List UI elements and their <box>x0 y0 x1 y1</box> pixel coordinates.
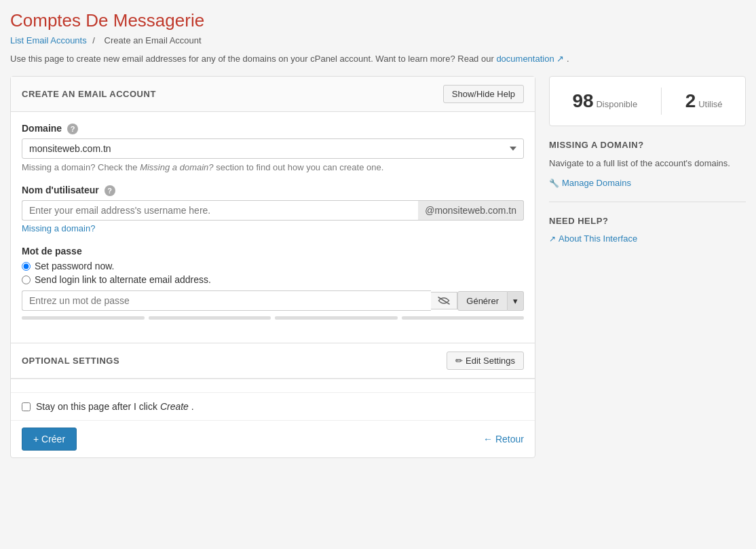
main-layout: CREATE AN EMAIL ACCOUNT Show/Hide Help D… <box>10 76 746 468</box>
available-number: 98 <box>572 90 593 111</box>
manage-domains-link[interactable]: Manage Domains <box>549 178 631 188</box>
generate-group: Générer ▾ <box>457 291 524 311</box>
intro-text: Use this page to create new email addres… <box>10 54 746 64</box>
generate-button[interactable]: Générer <box>457 291 508 311</box>
external-icon <box>549 233 556 244</box>
strength-seg-4 <box>402 316 525 320</box>
missing-domain-text: Navigate to a full list of the account's… <box>549 157 746 170</box>
stay-label[interactable]: Stay on this page after I click Create . <box>36 401 194 412</box>
breadcrumb-separator: / <box>92 35 95 45</box>
missing-domain-link-username[interactable]: Missing a domain? <box>22 223 95 233</box>
domaine-label: Domaine ? <box>22 123 524 134</box>
domaine-hint: Missing a domain? Check the Missing a do… <box>22 162 524 172</box>
retour-link[interactable]: ← Retour <box>483 434 524 444</box>
optional-settings-title: Optional Settings <box>22 356 119 366</box>
stat-divider <box>661 88 662 115</box>
used-label: Utilisé <box>698 99 722 109</box>
show-hide-help-button[interactable]: Show/Hide Help <box>443 85 524 103</box>
create-button[interactable]: + Créer <box>22 428 77 451</box>
sidebar-help: NEED HELP? About This Interface <box>549 216 746 257</box>
action-row: + Créer ← Retour <box>11 420 535 457</box>
page-title-part1: Comptes De <box>10 10 113 31</box>
create-email-card: CREATE AN EMAIL ACCOUNT Show/Hide Help D… <box>10 76 535 458</box>
page-title: Comptes De Messagerie <box>10 10 746 31</box>
help-title: NEED HELP? <box>549 216 746 226</box>
sidebar-missing-domain: MISSING A DOMAIN? Navigate to a full lis… <box>549 140 746 202</box>
stat-available: 98 Disponible <box>572 90 637 112</box>
card-title: CREATE AN EMAIL ACCOUNT <box>22 89 156 99</box>
password-group: Mot de passe Set password now. Send logi… <box>22 246 524 320</box>
stats-card: 98 Disponible 2 Utilisé <box>549 76 746 126</box>
documentation-link[interactable]: documentation ↗ <box>496 54 567 64</box>
card-header: CREATE AN EMAIL ACCOUNT Show/Hide Help <box>11 77 535 112</box>
strength-bar <box>22 316 524 320</box>
strength-seg-1 <box>22 316 145 320</box>
stay-checkbox[interactable] <box>22 402 31 411</box>
username-input-group: @monsiteweb.com.tn <box>22 200 524 221</box>
password-toggle-button[interactable] <box>431 292 457 309</box>
available-label: Disponible <box>596 99 637 109</box>
breadcrumb-link-list[interactable]: List Email Accounts <box>10 35 87 45</box>
optional-settings-header: Optional Settings ✏ Edit Settings <box>11 343 535 379</box>
radio-send-link[interactable]: Send login link to alternate email addre… <box>22 274 524 285</box>
stay-on-page-section: Stay on this page after I click Create . <box>11 392 535 420</box>
breadcrumb: List Email Accounts / Create an Email Ac… <box>10 35 746 45</box>
wrench-icon <box>549 178 559 188</box>
strength-seg-2 <box>149 316 271 320</box>
missing-domain-title: MISSING A DOMAIN? <box>549 140 746 150</box>
right-panel: 98 Disponible 2 Utilisé MISSING A DOMAIN… <box>549 76 746 271</box>
username-input[interactable] <box>22 200 418 221</box>
page-title-part2: Messagerie <box>113 10 204 31</box>
radio-group: Set password now. Send login link to alt… <box>22 261 524 285</box>
stat-used: 2 Utilisé <box>685 90 723 112</box>
used-number: 2 <box>685 90 696 111</box>
strength-seg-3 <box>275 316 398 320</box>
edit-settings-button[interactable]: ✏ Edit Settings <box>447 352 524 370</box>
radio-set-password-input[interactable] <box>22 262 31 271</box>
about-interface-link[interactable]: About This Interface <box>549 233 637 244</box>
radio-send-link-input[interactable] <box>22 276 31 284</box>
optional-settings-body <box>11 379 535 392</box>
username-help-icon[interactable]: ? <box>105 185 115 196</box>
stay-row: Stay on this page after I click Create . <box>11 393 535 420</box>
password-label: Mot de passe <box>22 246 524 257</box>
username-label: Nom d'utilisateur ? <box>22 185 524 196</box>
card-body: Domaine ? monsiteweb.com.tn Missing a do… <box>11 112 535 343</box>
left-panel: CREATE AN EMAIL ACCOUNT Show/Hide Help D… <box>10 76 535 468</box>
username-addon: @monsiteweb.com.tn <box>418 200 524 221</box>
password-row: Générer ▾ <box>22 290 524 311</box>
domaine-select[interactable]: monsiteweb.com.tn <box>22 138 524 159</box>
domaine-help-icon[interactable]: ? <box>67 124 78 134</box>
password-input[interactable] <box>22 290 431 311</box>
domaine-group: Domaine ? monsiteweb.com.tn Missing a do… <box>22 123 524 172</box>
radio-set-password[interactable]: Set password now. <box>22 261 524 271</box>
generate-dropdown-button[interactable]: ▾ <box>508 291 524 311</box>
breadcrumb-current: Create an Email Account <box>105 35 202 45</box>
username-group: Nom d'utilisateur ? @monsiteweb.com.tn M… <box>22 185 524 233</box>
